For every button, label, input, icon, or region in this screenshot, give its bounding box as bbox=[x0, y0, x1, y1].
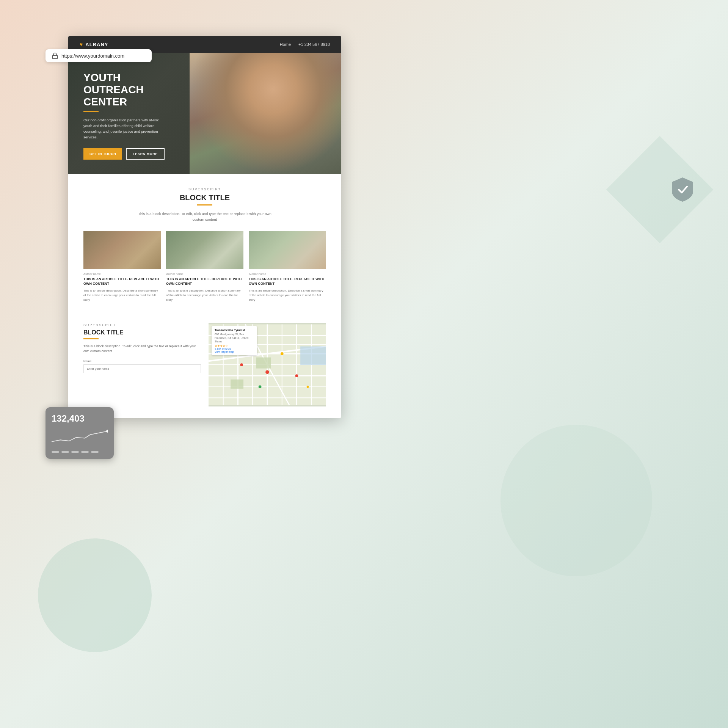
url-text: https://www.yourdomain.com bbox=[61, 53, 124, 59]
article2-title: THIS IS AN ARTICLE TITLE. REPLACE IT WIT… bbox=[166, 277, 243, 286]
bottom-section: SUPERSCRIPT BLOCK TITLE This is a block … bbox=[68, 315, 341, 418]
get-in-touch-button[interactable]: GET IN TOUCH bbox=[83, 148, 122, 160]
svg-point-22 bbox=[281, 352, 284, 355]
analytics-chart bbox=[52, 427, 108, 446]
articles-grid: Author name THIS IS AN ARTICLE TITLE. RE… bbox=[83, 231, 326, 302]
hero-content: YOUTH OUTREACH CENTER Our non-profit org… bbox=[68, 53, 197, 174]
svg-point-26 bbox=[307, 386, 309, 388]
nav-links: Home +1 234 567 8910 bbox=[280, 42, 330, 47]
svg-rect-0 bbox=[52, 55, 58, 58]
block-section-1: SUPERSCRIPT BLOCK TITLE This is a block … bbox=[68, 174, 341, 315]
article-card-3: Author name THIS IS AN ARTICLE TITLE. RE… bbox=[249, 231, 326, 302]
article3-author: Author name bbox=[249, 272, 326, 276]
svg-point-24 bbox=[295, 374, 298, 377]
map-reviews: 1,136 reviews bbox=[215, 348, 254, 350]
block2-accent-line bbox=[83, 338, 99, 339]
shield-badge bbox=[667, 174, 698, 205]
block1-superscript: SUPERSCRIPT bbox=[83, 187, 326, 191]
analytics-widget: 132,403 bbox=[46, 407, 114, 459]
hero-description: Our non-profit organization partners wit… bbox=[83, 117, 167, 140]
article-image-3 bbox=[249, 231, 326, 269]
analytics-dots bbox=[52, 451, 108, 453]
map-info-box: Transamerica Pyramid 600 Montgomery St, … bbox=[212, 326, 257, 355]
map-placeholder: Transamerica Pyramid 600 Montgomery St, … bbox=[209, 323, 326, 406]
svg-rect-19 bbox=[256, 357, 271, 368]
article-card-2: Author name THIS IS AN ARTICLE TITLE. RE… bbox=[166, 231, 243, 302]
svg-point-27 bbox=[106, 430, 108, 432]
analytics-dot-4 bbox=[81, 451, 89, 453]
analytics-dot-2 bbox=[61, 451, 69, 453]
map-business-name: Transamerica Pyramid bbox=[215, 328, 254, 332]
lock-icon bbox=[52, 52, 58, 59]
article2-description: This is an article description. Describe… bbox=[166, 289, 243, 302]
article3-title: THIS IS AN ARTICLE TITLE. REPLACE IT WIT… bbox=[249, 277, 326, 286]
bg-decoration-1 bbox=[38, 538, 152, 652]
heart-icon: ♥ bbox=[80, 41, 83, 47]
map-stars: ★★★★☆ bbox=[215, 344, 254, 348]
article3-description: This is an article description. Describe… bbox=[249, 289, 326, 302]
logo-text: ALBANY bbox=[85, 42, 108, 47]
hero-accent-line bbox=[83, 111, 99, 112]
article1-author: Author name bbox=[83, 272, 161, 276]
block2-title: BLOCK TITLE bbox=[83, 329, 201, 336]
website-mockup: ♥ ALBANY Home +1 234 567 8910 YOUTH OUTR… bbox=[68, 36, 341, 418]
name-label: Name bbox=[83, 359, 201, 363]
article1-description: This is an article description. Describe… bbox=[83, 289, 161, 302]
analytics-dot-5 bbox=[91, 451, 99, 453]
article1-title: THIS IS AN ARTICLE TITLE. REPLACE IT WIT… bbox=[83, 277, 161, 286]
address-bar[interactable]: https://www.yourdomain.com bbox=[46, 49, 152, 62]
site-logo: ♥ ALBANY bbox=[80, 41, 108, 47]
block1-accent-line bbox=[197, 204, 212, 206]
svg-point-23 bbox=[259, 385, 262, 388]
svg-rect-20 bbox=[231, 380, 243, 389]
article2-author: Author name bbox=[166, 272, 243, 276]
learn-more-button[interactable]: LEARN MORE bbox=[126, 148, 165, 160]
shield-icon bbox=[667, 174, 698, 205]
map-column: Transamerica Pyramid 600 Montgomery St, … bbox=[209, 323, 326, 406]
svg-point-21 bbox=[265, 370, 269, 374]
map-view-larger[interactable]: View larger map bbox=[215, 350, 254, 353]
block2-superscript: SUPERSCRIPT bbox=[83, 323, 201, 327]
analytics-dot-1 bbox=[52, 451, 59, 453]
block1-title: BLOCK TITLE bbox=[83, 193, 326, 202]
nav-home[interactable]: Home bbox=[280, 42, 291, 47]
analytics-dot-3 bbox=[71, 451, 79, 453]
name-input[interactable] bbox=[83, 364, 201, 373]
svg-point-25 bbox=[240, 363, 243, 366]
nav-phone[interactable]: +1 234 567 8910 bbox=[298, 42, 330, 47]
svg-rect-18 bbox=[300, 346, 326, 364]
article-card-1: Author name THIS IS AN ARTICLE TITLE. RE… bbox=[83, 231, 161, 302]
hero-title: YOUTH OUTREACH CENTER bbox=[83, 72, 182, 108]
article-image-2 bbox=[166, 231, 243, 269]
hero-buttons: GET IN TOUCH LEARN MORE bbox=[83, 148, 182, 160]
analytics-number: 132,403 bbox=[52, 413, 108, 424]
block1-description: This is a block description. To edit, cl… bbox=[136, 211, 273, 222]
contact-column: SUPERSCRIPT BLOCK TITLE This is a block … bbox=[83, 323, 201, 406]
hero-section: YOUTH OUTREACH CENTER Our non-profit org… bbox=[68, 53, 341, 174]
map-address: 600 Montgomery St, San Francisco, CA 941… bbox=[215, 333, 254, 344]
block2-description: This is a block description. To edit, cl… bbox=[83, 344, 201, 354]
bg-decoration-3 bbox=[500, 425, 652, 576]
article-image-1 bbox=[83, 231, 161, 269]
hero-photo bbox=[190, 53, 341, 174]
